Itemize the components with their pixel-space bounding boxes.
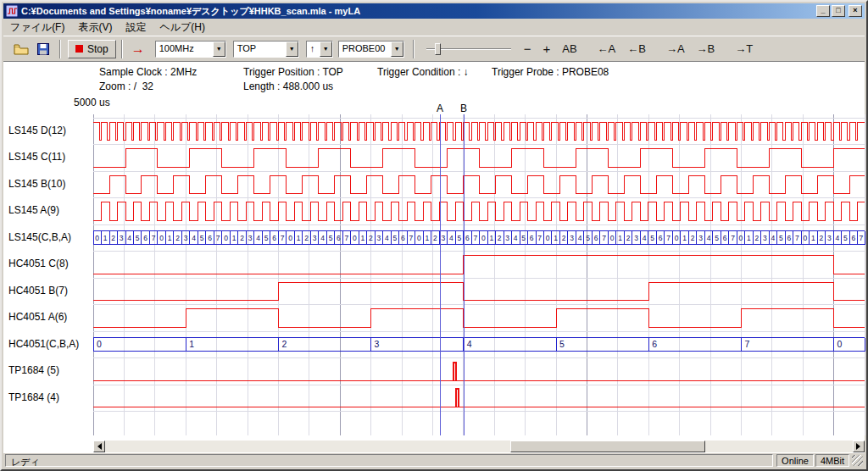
maximize-button[interactable]: □ bbox=[832, 5, 845, 17]
stop-square-icon bbox=[75, 45, 83, 53]
channel-label: HC4051 C(8) bbox=[8, 258, 69, 269]
channel-label: LS145(C,B,A) bbox=[8, 231, 71, 243]
window-title: C:¥Documents and Settings¥noname¥デスクトップ¥… bbox=[21, 5, 815, 18]
client-area bbox=[3, 61, 865, 452]
zoom-info: Zoom : / 32 bbox=[99, 80, 153, 92]
zoom-slider-thumb[interactable] bbox=[435, 43, 441, 55]
stop-label: Stop bbox=[87, 43, 108, 55]
channel-label: HC4051 B(7) bbox=[8, 285, 68, 296]
zoom-slider[interactable] bbox=[426, 41, 511, 58]
menu-view[interactable]: 表示(V) bbox=[71, 19, 119, 36]
status-online-badge: Online bbox=[776, 454, 814, 467]
trigger-edge-select[interactable]: ↑ ▼ bbox=[306, 41, 333, 58]
channel-label: TP1684 (5) bbox=[8, 364, 59, 376]
toolbar-separator bbox=[121, 40, 123, 58]
sample-clock-value: 100MHz bbox=[156, 42, 213, 57]
triangle-right-icon bbox=[856, 443, 864, 450]
resize-grip[interactable] bbox=[852, 455, 863, 466]
length-info: Length : 488.000 us bbox=[243, 80, 333, 92]
menu-file[interactable]: ファイル(F) bbox=[3, 19, 71, 36]
chevron-down-icon[interactable]: ▼ bbox=[213, 42, 225, 57]
chevron-down-icon[interactable]: ▼ bbox=[286, 42, 298, 57]
status-memory-badge: 4MBit bbox=[815, 454, 849, 467]
minimize-button[interactable]: _ bbox=[816, 5, 830, 17]
goto-marker-a-left-button[interactable]: ←A bbox=[593, 41, 620, 57]
toolbar-separator bbox=[59, 40, 61, 58]
zoom-in-button[interactable]: + bbox=[538, 40, 554, 58]
trigger-position-select[interactable]: TOP ▼ bbox=[233, 41, 299, 58]
zoom-out-button[interactable]: − bbox=[520, 40, 536, 58]
channel-label: TP1684 (4) bbox=[8, 391, 59, 403]
title-bar[interactable]: C:¥Documents and Settings¥noname¥デスクトップ¥… bbox=[3, 3, 865, 19]
chevron-down-icon[interactable]: ▼ bbox=[391, 42, 403, 57]
trigger-condition-info: Trigger Condition : ↓ bbox=[377, 66, 469, 78]
goto-marker-a-right-button[interactable]: →A bbox=[662, 41, 689, 57]
chevron-down-icon[interactable]: ▼ bbox=[320, 42, 332, 57]
run-button[interactable]: → bbox=[128, 40, 148, 58]
scrollbar-thumb[interactable] bbox=[510, 441, 705, 452]
trigger-probe-select[interactable]: PROBE00 ▼ bbox=[338, 41, 404, 58]
channel-label: LS145 A(9) bbox=[8, 204, 59, 216]
time-scale-label: 5000 us bbox=[74, 97, 110, 108]
stop-button[interactable]: Stop bbox=[68, 40, 116, 58]
open-folder-icon bbox=[14, 43, 29, 55]
channel-label: LS145 C(11) bbox=[8, 151, 65, 163]
status-bar: レディ Online 4MBit bbox=[3, 452, 865, 468]
channel-label: HC4051 A(6) bbox=[8, 311, 67, 323]
app-window: C:¥Documents and Settings¥noname¥デスクトップ¥… bbox=[0, 0, 868, 471]
status-ready-text: レディ bbox=[5, 454, 773, 467]
channel-label: HC4051(C,B,A) bbox=[8, 338, 79, 350]
trigger-probe-info: Trigger Probe : PROBE08 bbox=[492, 66, 609, 78]
channel-label: LS145 B(10) bbox=[8, 178, 65, 190]
horizontal-scrollbar[interactable] bbox=[93, 441, 865, 452]
toolbar: Stop → 100MHz ▼ TOP ▼ ↑ ▼ PROBE00 ▼ − + … bbox=[3, 36, 865, 61]
menu-bar: ファイル(F) 表示(V) 設定 ヘルプ(H) bbox=[3, 19, 865, 36]
ab-span-button[interactable]: AB bbox=[558, 41, 581, 57]
trigger-position-info: Trigger Position : TOP bbox=[243, 66, 343, 78]
menu-settings[interactable]: 設定 bbox=[119, 19, 153, 36]
trigger-edge-value: ↑ bbox=[307, 42, 320, 57]
goto-trigger-button[interactable]: →T bbox=[731, 41, 757, 57]
triangle-left-icon bbox=[94, 443, 102, 450]
channel-label: LS145 D(12) bbox=[8, 125, 66, 136]
save-button[interactable] bbox=[32, 40, 54, 58]
sample-clock-info: Sample Clock : 2MHz bbox=[99, 66, 197, 78]
scroll-right-button[interactable] bbox=[853, 441, 865, 452]
toolbar-separator bbox=[413, 40, 415, 58]
close-button[interactable]: × bbox=[849, 5, 862, 17]
goto-marker-b-left-button[interactable]: ←B bbox=[623, 41, 650, 57]
scroll-left-button[interactable] bbox=[93, 441, 105, 452]
save-floppy-icon bbox=[37, 43, 49, 55]
trigger-position-value: TOP bbox=[234, 42, 286, 57]
run-arrow-icon: → bbox=[131, 42, 145, 57]
app-icon bbox=[6, 5, 18, 17]
menu-help[interactable]: ヘルプ(H) bbox=[153, 19, 212, 36]
sample-clock-select[interactable]: 100MHz ▼ bbox=[155, 41, 226, 58]
goto-marker-b-right-button[interactable]: →B bbox=[693, 41, 720, 57]
trigger-probe-value: PROBE00 bbox=[339, 42, 391, 57]
open-button[interactable] bbox=[10, 40, 32, 58]
